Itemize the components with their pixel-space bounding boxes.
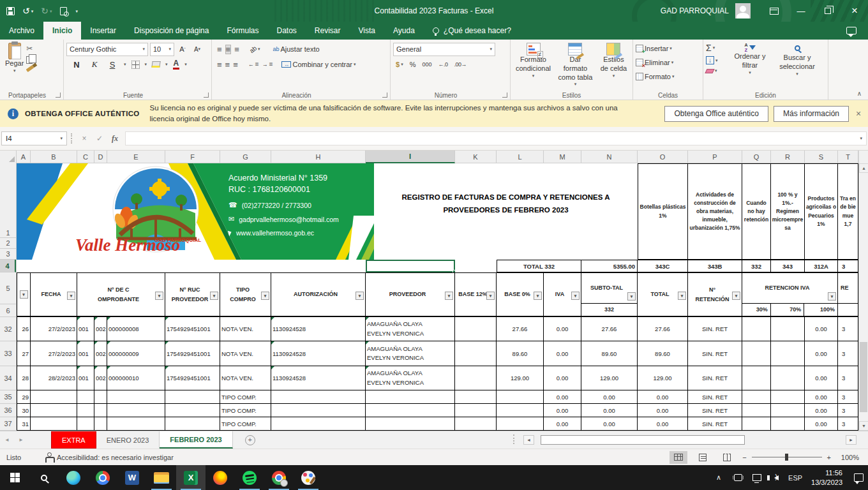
col-header-P[interactable]: P xyxy=(688,151,742,163)
cell[interactable] xyxy=(455,341,497,366)
cell[interactable] xyxy=(165,417,220,431)
cell[interactable]: 0.00 xyxy=(805,404,838,417)
cell[interactable]: TIPO COMP. xyxy=(220,417,271,431)
col-header-I[interactable]: I xyxy=(366,151,455,163)
header-ruc[interactable]: Nº RUC PROVEEDOR▾ xyxy=(165,272,220,317)
cell[interactable]: 3 xyxy=(838,341,858,366)
cell-Q4[interactable]: 332 xyxy=(742,260,771,272)
col-header-S[interactable]: S xyxy=(805,151,838,163)
zoom-track[interactable] xyxy=(752,457,822,457)
save-button[interactable] xyxy=(6,7,15,15)
zoom-slider[interactable]: − + xyxy=(742,454,831,461)
filter-button[interactable]: ▾ xyxy=(828,292,836,301)
tab-splitter[interactable] xyxy=(513,434,516,444)
cell[interactable]: 129.00 xyxy=(497,366,544,390)
undo-button[interactable]: ↺▾ xyxy=(22,6,33,15)
cell[interactable]: 1754929451001 xyxy=(165,366,220,390)
cell[interactable]: 3 xyxy=(838,417,858,431)
row-header-33[interactable]: 33 xyxy=(0,341,16,366)
cell[interactable] xyxy=(742,366,771,390)
cell[interactable]: 0.00 xyxy=(638,390,688,404)
row-header-34[interactable]: 34 xyxy=(0,366,16,390)
increase-indent-button[interactable]: →≡ xyxy=(262,61,273,68)
cell-E4[interactable] xyxy=(107,260,165,272)
cell[interactable]: SIN. RET xyxy=(688,404,742,417)
sort-filter-button[interactable]: AZ Ordenar y filtrar ▾ xyxy=(728,41,772,91)
subheader-30[interactable]: 30% xyxy=(742,304,771,316)
col-header-H[interactable]: H xyxy=(271,151,366,163)
align-center-button[interactable]: ≡ xyxy=(225,61,230,69)
cell[interactable]: NOTA VEN. xyxy=(220,341,271,366)
clear-button[interactable]: ▾ xyxy=(706,68,728,73)
cell[interactable]: AMAGUAÑA OLAYA EVELYN VERONICA xyxy=(366,366,455,390)
subheader-70[interactable]: 70% xyxy=(771,304,805,316)
print-preview-button[interactable] xyxy=(60,7,67,15)
cell[interactable] xyxy=(165,404,220,417)
taskbar-firefox[interactable] xyxy=(206,465,235,490)
cell[interactable] xyxy=(497,404,544,417)
percent-style-button[interactable]: % xyxy=(410,61,416,68)
font-name-combo[interactable]: Century Gothic▾ xyxy=(66,43,148,56)
subheader-100[interactable]: 100% xyxy=(804,304,837,316)
cell[interactable]: 27/2/2023 xyxy=(31,341,77,366)
horizontal-scrollbar[interactable]: ◄ ► xyxy=(523,434,857,445)
cell-C4[interactable] xyxy=(77,260,94,272)
tax-header-agricolas[interactable]: Productos agricoilas o Pecuarios 1% xyxy=(805,163,838,260)
filter-button[interactable]: ▾ xyxy=(486,292,495,300)
formula-input[interactable]: ▾ xyxy=(125,131,867,145)
header-base12[interactable]: BASE 12%▾ xyxy=(455,272,497,317)
cell-total-label[interactable]: TOTAL 332 xyxy=(497,260,581,272)
italic-button[interactable]: K xyxy=(88,58,101,71)
col-header-B[interactable]: B xyxy=(31,151,77,163)
cell[interactable]: 0.00 xyxy=(805,390,838,404)
accessibility-status[interactable]: Accesibilidad: es necesario investigar xyxy=(57,454,174,461)
minimize-button[interactable]: — xyxy=(788,0,814,22)
cell[interactable]: TIPO COMP. xyxy=(220,404,271,417)
underline-button[interactable]: S xyxy=(106,58,119,71)
cut-button[interactable]: ✂ xyxy=(26,44,34,53)
network-icon[interactable] xyxy=(747,465,767,490)
cell-H4[interactable] xyxy=(271,260,366,272)
tax-header-clipped[interactable]: Tra en de bie mue 1,7 xyxy=(838,163,858,260)
cell[interactable]: SIN. RET xyxy=(688,366,742,390)
cell[interactable] xyxy=(165,390,220,404)
cell[interactable]: 0.00 xyxy=(805,317,838,341)
format-cells-button[interactable]: Formato▾ xyxy=(636,73,674,80)
cell[interactable] xyxy=(366,404,455,417)
taskbar-edge[interactable] xyxy=(59,465,88,490)
close-warning-icon[interactable]: × xyxy=(849,108,868,119)
cell[interactable]: 27.66 xyxy=(581,317,638,341)
format-painter-button[interactable] xyxy=(26,65,34,72)
cell[interactable]: 0.00 xyxy=(638,417,688,431)
scroll-left-icon[interactable]: ◄ xyxy=(523,435,534,445)
vertical-scroll-thumb[interactable] xyxy=(860,342,867,412)
cell[interactable] xyxy=(455,317,497,341)
header-retencion-iva[interactable]: RETENCION IVA▾ 30% 70% 100% xyxy=(742,272,838,317)
zoom-level[interactable]: 100% xyxy=(837,454,859,461)
cell[interactable] xyxy=(77,390,94,404)
cell[interactable]: 0.00 xyxy=(544,317,581,341)
cell[interactable]: 002 xyxy=(94,366,107,390)
filter-button[interactable]: ▾ xyxy=(67,292,75,300)
taskbar-excel[interactable]: X xyxy=(176,465,206,490)
col-header-K[interactable]: K xyxy=(455,151,497,163)
horizontal-scroll-thumb[interactable] xyxy=(541,435,745,445)
cell[interactable]: AMAGUAÑA OLAYA EVELYN VERONICA xyxy=(366,341,455,366)
font-size-combo[interactable]: 10▾ xyxy=(150,43,174,56)
autosum-button[interactable]: Σ▾ xyxy=(706,43,728,52)
fill-color-button[interactable] xyxy=(151,61,160,68)
subheader-332[interactable]: 332 xyxy=(581,304,637,316)
tab-vista[interactable]: Vista xyxy=(350,22,384,40)
tax-header-sin-retencion[interactable]: Cuando no hay retención xyxy=(742,163,771,260)
cell-G4[interactable] xyxy=(220,260,271,272)
cell[interactable]: 0.00 xyxy=(581,404,638,417)
cell[interactable]: 1754929451001 xyxy=(165,341,220,366)
add-sheet-button[interactable]: + xyxy=(242,431,258,449)
row-header-6[interactable]: 6 xyxy=(0,304,16,317)
sheet-tab-febrero[interactable]: FEBRERO 2023 xyxy=(160,431,232,449)
cell[interactable]: 1130924528 xyxy=(271,317,366,341)
tab-insertar[interactable]: Insertar xyxy=(81,22,125,40)
close-button[interactable]: × xyxy=(841,0,868,22)
cell[interactable]: 001 xyxy=(77,366,94,390)
taskbar-spotify[interactable] xyxy=(235,465,264,490)
